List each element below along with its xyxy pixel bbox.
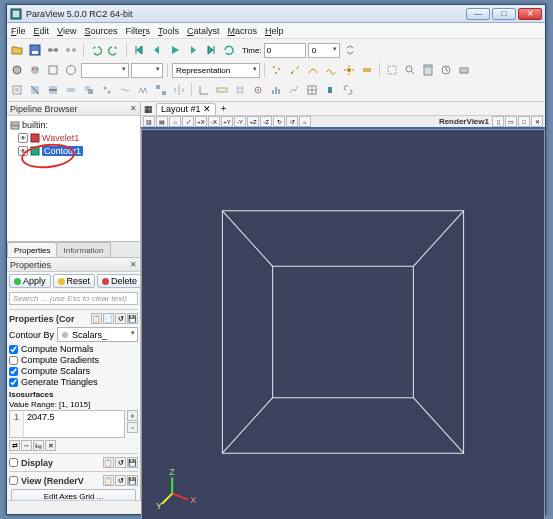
selection-icon[interactable] <box>384 62 400 78</box>
menu-catalyst[interactable]: Catalyst <box>187 26 220 36</box>
view-splitpane-v-icon[interactable]: ▭ <box>505 116 517 127</box>
compute-scalars-checkbox[interactable] <box>9 367 18 376</box>
remove-value-icon[interactable]: － <box>127 422 138 433</box>
edit-axes-grid-button[interactable]: Edit Axes Grid ... <box>11 489 136 500</box>
zoom-box-icon[interactable]: ⌕ <box>299 116 311 127</box>
restore-props-icon[interactable]: ↺ <box>115 313 126 324</box>
loop-icon[interactable] <box>221 42 237 58</box>
filter-stream-icon[interactable] <box>117 82 133 98</box>
next-frame-icon[interactable] <box>185 42 201 58</box>
time-spin-icon[interactable] <box>342 42 358 58</box>
color-component-combo[interactable] <box>131 63 163 78</box>
menu-filters[interactable]: Filters <box>125 26 150 36</box>
view-px-icon[interactable]: +X <box>195 116 207 127</box>
last-frame-icon[interactable] <box>203 42 219 58</box>
link-icon[interactable] <box>340 82 356 98</box>
display-save-icon[interactable]: 💾 <box>127 457 138 468</box>
view-nz-icon[interactable]: -Z <box>260 116 272 127</box>
zoom-to-data-icon[interactable]: ⤢ <box>182 116 194 127</box>
filter-group-icon[interactable] <box>153 82 169 98</box>
connect-icon[interactable] <box>45 42 61 58</box>
view-copy-icon[interactable]: 📋 <box>103 475 114 486</box>
menu-macros[interactable]: Macros <box>227 26 257 36</box>
rotate-cw-icon[interactable]: ↻ <box>273 116 285 127</box>
menu-file[interactable]: File <box>11 26 26 36</box>
rotate-ccw-icon[interactable]: ↺ <box>286 116 298 127</box>
apply-button[interactable]: Apply <box>9 274 51 288</box>
title-bar[interactable]: ParaView 5.0.0 RC2 64-bit — □ ✕ <box>7 5 545 23</box>
solid-color-icon[interactable] <box>9 62 25 78</box>
view-ny-icon[interactable]: -Y <box>234 116 246 127</box>
display-restore-icon[interactable]: ↺ <box>115 457 126 468</box>
properties-header[interactable]: Properties ✕ <box>7 258 140 272</box>
scale-values-icon[interactable]: ↔ <box>21 440 32 451</box>
add-value-icon[interactable]: ＋ <box>127 410 138 421</box>
view-restore-icon[interactable]: ↺ <box>115 475 126 486</box>
generate-triangles-checkbox[interactable] <box>9 378 18 387</box>
view-split-h-icon[interactable]: ▥ <box>143 116 155 127</box>
save-props-icon[interactable]: 💾 <box>127 313 138 324</box>
add-layout-icon[interactable]: ＋ <box>219 102 228 115</box>
delete-button[interactable]: Delete <box>97 274 140 288</box>
filter-warp-icon[interactable] <box>135 82 151 98</box>
properties-close-icon[interactable]: ✕ <box>130 260 137 269</box>
view-save-icon[interactable]: 💾 <box>127 475 138 486</box>
histogram-icon[interactable] <box>268 82 284 98</box>
table-icon[interactable] <box>304 82 320 98</box>
filter-extract-icon[interactable] <box>81 82 97 98</box>
view-split-v-icon[interactable]: ▤ <box>156 116 168 127</box>
visibility-toggle-icon[interactable]: 👁 <box>18 146 28 156</box>
filter-threshold-icon[interactable] <box>63 82 79 98</box>
pipeline-item-contour[interactable]: 👁 Contour1 <box>10 144 137 157</box>
compute-normals-checkbox[interactable] <box>9 345 18 354</box>
filter-slice-icon[interactable] <box>45 82 61 98</box>
visibility-toggle-icon[interactable]: 👁 <box>18 133 28 143</box>
representation-combo[interactable]: Representation <box>172 63 260 78</box>
grid-icon[interactable] <box>232 82 248 98</box>
warp-icon[interactable] <box>323 62 339 78</box>
glyph-arrow-icon[interactable] <box>287 62 303 78</box>
pipeline-browser[interactable]: builtin: 👁 Wavelet1 👁 Contour1 <box>7 116 140 242</box>
open-icon[interactable] <box>9 42 25 58</box>
glyph-point-icon[interactable] <box>269 62 285 78</box>
menu-view[interactable]: View <box>57 26 76 36</box>
threshold-icon[interactable] <box>359 62 375 78</box>
maximize-button[interactable]: □ <box>492 8 516 20</box>
paste-props-icon[interactable]: 📄 <box>103 313 114 324</box>
rescale-icon[interactable] <box>45 62 61 78</box>
view-nx-icon[interactable]: -X <box>208 116 220 127</box>
clear-values-icon[interactable]: ✕ <box>45 440 56 451</box>
layout-tab[interactable]: Layout #1 ✕ <box>156 103 216 115</box>
reset-camera-icon[interactable]: ⌂ <box>169 116 181 127</box>
clock-icon[interactable] <box>438 62 454 78</box>
pipeline-root[interactable]: builtin: <box>10 118 137 131</box>
minimize-button[interactable]: — <box>466 8 490 20</box>
tab-properties[interactable]: Properties <box>7 242 57 257</box>
view-pz-icon[interactable]: +Z <box>247 116 259 127</box>
view-close-icon[interactable]: ✕ <box>531 116 543 127</box>
menu-help[interactable]: Help <box>265 26 284 36</box>
tab-information[interactable]: Information <box>56 242 110 257</box>
display-section-toggle[interactable] <box>9 458 18 467</box>
prev-frame-icon[interactable] <box>149 42 165 58</box>
python-icon[interactable] <box>322 82 338 98</box>
calculator-icon[interactable] <box>420 62 436 78</box>
time-step-combo[interactable]: 0 <box>308 43 340 58</box>
view-section-toggle[interactable] <box>9 476 18 485</box>
view-maximize-icon[interactable]: □ <box>518 116 530 127</box>
save-icon[interactable] <box>27 42 43 58</box>
reset-button[interactable]: Reset <box>53 274 96 288</box>
compute-gradients-checkbox[interactable] <box>9 356 18 365</box>
first-frame-icon[interactable] <box>131 42 147 58</box>
info-icon[interactable] <box>63 62 79 78</box>
redo-icon[interactable] <box>106 42 122 58</box>
pipeline-header[interactable]: Pipeline Browser ✕ <box>7 102 140 116</box>
ruler-icon[interactable] <box>214 82 230 98</box>
menu-tools[interactable]: Tools <box>158 26 179 36</box>
undo-icon[interactable] <box>88 42 104 58</box>
filter-glyph-icon[interactable] <box>99 82 115 98</box>
view-splitpane-h-icon[interactable]: ▯ <box>492 116 504 127</box>
isovalue-list[interactable]: 1 2047.5 <box>9 410 125 438</box>
play-icon[interactable] <box>167 42 183 58</box>
copy-props-icon[interactable]: 📋 <box>91 313 102 324</box>
